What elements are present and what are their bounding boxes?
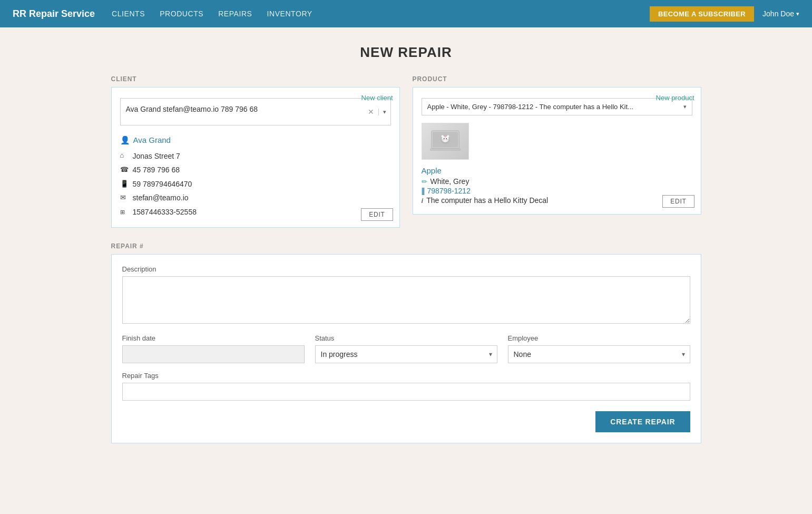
finish-date-label: Finish date xyxy=(122,334,305,342)
nav-repairs[interactable]: REPAIRS xyxy=(218,9,252,18)
client-address-row: ⌂ Jonas Street 7 xyxy=(120,149,391,163)
pencil-icon: ✏ xyxy=(422,178,427,186)
svg-point-6 xyxy=(443,138,444,139)
svg-point-5 xyxy=(447,135,449,138)
product-image xyxy=(422,123,469,160)
description-textarea[interactable] xyxy=(122,276,690,324)
id-icon: ⊞ xyxy=(120,207,129,218)
form-row: Finish date Status In progress Waiting D… xyxy=(122,334,690,363)
status-select-wrap: In progress Waiting Done Cancelled xyxy=(315,345,497,363)
search-clear-icon[interactable]: ✕ xyxy=(364,108,378,116)
new-client-link[interactable]: New client xyxy=(361,94,393,102)
nav-links: CLIENTS PRODUCTS REPAIRS INVENTORY xyxy=(112,9,650,18)
client-phone2-row: 📱 59 789794646470 xyxy=(120,177,391,191)
product-edit-button[interactable]: EDIT xyxy=(662,195,694,208)
nav-products[interactable]: PRODUCTS xyxy=(160,9,203,18)
product-select-row: Apple - White, Grey - 798798-1212 - The … xyxy=(422,98,692,115)
client-search-row: ✕ ▾ xyxy=(120,98,391,125)
product-color-row: ✏ White, Grey xyxy=(422,177,692,186)
employee-label: Employee xyxy=(508,334,690,342)
repair-tags-label: Repair Tags xyxy=(122,372,690,380)
product-select[interactable]: Apple - White, Grey - 798798-1212 - The … xyxy=(422,99,678,115)
new-product-link[interactable]: New product xyxy=(656,94,694,102)
svg-point-8 xyxy=(445,139,446,140)
repair-section-label: REPAIR # xyxy=(111,243,701,250)
client-id-row: ⊞ 1587446333-52558 xyxy=(120,205,391,219)
barcode-icon: ||| xyxy=(422,187,424,195)
brand-logo: RR Repair Service xyxy=(13,8,95,20)
client-info: 👤 Ava Grand ⌂ Jonas Street 7 ☎ 45 789 79… xyxy=(120,133,391,219)
client-name: 👤 Ava Grand xyxy=(120,133,391,148)
product-barcode-row: ||| 798798-1212 xyxy=(422,187,692,195)
phone-icon: ☎ xyxy=(120,163,129,177)
nav-inventory[interactable]: INVENTORY xyxy=(267,9,312,18)
product-description-row: i The computer has a Hello Kitty Decal xyxy=(422,196,692,205)
client-card: New client ✕ ▾ 👤 Ava Grand ⌂ Jonas Stree… xyxy=(111,87,400,228)
create-repair-button[interactable]: CREATE REPAIR xyxy=(595,411,690,432)
navbar-right: BECOME A SUBSCRIBER John Doe xyxy=(650,6,799,22)
client-email-row: ✉ stefan@teamo.io xyxy=(120,191,391,205)
page-content: NEW REPAIR CLIENT New client ✕ ▾ 👤 Ava G… xyxy=(90,27,722,460)
status-select[interactable]: In progress Waiting Done Cancelled xyxy=(315,345,497,363)
description-label: Description xyxy=(122,265,690,273)
client-search-input[interactable] xyxy=(121,101,364,118)
status-label: Status xyxy=(315,334,497,342)
navbar: RR Repair Service CLIENTS PRODUCTS REPAI… xyxy=(0,0,812,27)
finish-date-col: Finish date xyxy=(122,334,305,363)
repair-card: Description Finish date Status In progre… xyxy=(111,254,701,443)
product-section-label: PRODUCT xyxy=(413,75,701,83)
client-section-label: CLIENT xyxy=(111,75,400,83)
top-section: CLIENT New client ✕ ▾ 👤 Ava Grand ⌂ Jona… xyxy=(111,75,701,228)
user-menu[interactable]: John Doe xyxy=(762,9,799,18)
email-icon: ✉ xyxy=(120,191,129,205)
search-dropdown-icon[interactable]: ▾ xyxy=(378,109,390,115)
subscriber-button[interactable]: BECOME A SUBSCRIBER xyxy=(650,6,754,22)
nav-clients[interactable]: CLIENTS xyxy=(112,9,145,18)
product-dropdown-icon[interactable]: ▾ xyxy=(678,103,692,110)
svg-point-7 xyxy=(446,138,447,139)
status-col: Status In progress Waiting Done Cancelle… xyxy=(315,334,497,363)
finish-date-input[interactable] xyxy=(122,345,305,363)
product-image-svg xyxy=(429,127,461,156)
client-phone1-row: ☎ 45 789 796 68 xyxy=(120,163,391,177)
repair-tags-row: Repair Tags xyxy=(122,372,690,401)
employee-select[interactable]: None John Doe xyxy=(508,345,690,363)
employee-col: Employee None John Doe xyxy=(508,334,690,363)
form-footer: CREATE REPAIR xyxy=(122,411,690,432)
info-icon: i xyxy=(422,197,424,205)
svg-point-4 xyxy=(441,135,444,138)
page-title: NEW REPAIR xyxy=(111,44,701,61)
repair-tags-input[interactable] xyxy=(122,383,690,401)
client-edit-button[interactable]: EDIT xyxy=(361,208,393,221)
product-card: New product Apple - White, Grey - 798798… xyxy=(413,87,701,215)
product-column: PRODUCT New product Apple - White, Grey … xyxy=(413,75,701,228)
client-column: CLIENT New client ✕ ▾ 👤 Ava Grand ⌂ Jona… xyxy=(111,75,400,228)
person-icon: 👤 xyxy=(120,133,130,148)
product-brand: Apple xyxy=(422,166,692,175)
mobile-icon: 📱 xyxy=(120,178,129,191)
svg-rect-14 xyxy=(430,148,460,150)
employee-select-wrap: None John Doe xyxy=(508,345,690,363)
home-icon: ⌂ xyxy=(120,149,129,162)
